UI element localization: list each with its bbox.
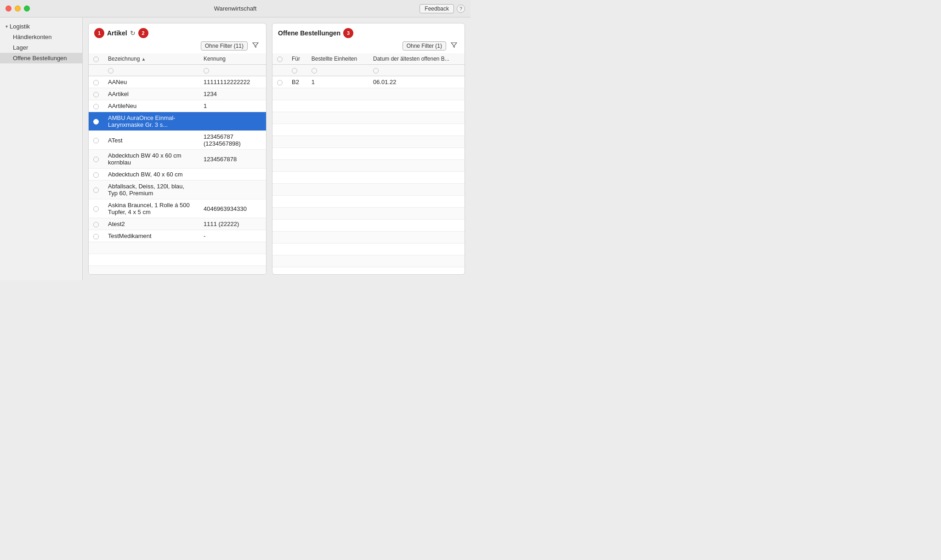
artikel-kennung: 123456787 (1234567898) <box>199 131 266 150</box>
artikel-kennung <box>199 112 266 131</box>
row-radio[interactable] <box>89 100 103 112</box>
sidebar-item-haendlerkonten[interactable]: Händlerkonten <box>0 32 82 42</box>
table-row[interactable]: Abfallsack, Deiss, 120l, blau, Typ 60, P… <box>89 181 266 199</box>
table-row-empty <box>272 208 465 220</box>
sidebar-group-label: Logistik <box>10 23 30 30</box>
offene-bestellungen-toolbar: Ohne Filter (1) <box>272 41 465 53</box>
ob-col-datum[interactable]: Datum der ältesten offenen B... <box>368 53 465 65</box>
table-row-empty <box>272 112 465 124</box>
table-row[interactable]: Abdecktuch BW 40 x 60 cm kornblau 123456… <box>89 150 266 169</box>
artikel-kennung: 1 <box>199 100 266 112</box>
artikel-kennung: 1111 (22222) <box>199 218 266 230</box>
titlebar-actions: Feedback ? <box>419 4 465 13</box>
artikel-table-header-row: Bezeichnung ▲ Kennung <box>89 53 266 65</box>
artikel-kennung: 11111112222222 <box>199 76 266 88</box>
table-row-empty <box>272 124 465 136</box>
row-radio[interactable] <box>89 230 103 242</box>
artikel-col-kennung[interactable]: Kennung <box>199 53 266 65</box>
titlebar: Warenwirtschaft Feedback ? <box>0 0 470 17</box>
artikel-panel-header: 1 Artikel ↻ 2 <box>89 23 266 41</box>
row-radio[interactable] <box>89 131 103 150</box>
artikel-kennung <box>199 181 266 199</box>
sidebar-item-lager[interactable]: Lager <box>0 42 82 53</box>
artikel-bezeichnung: Atest2 <box>103 218 199 230</box>
artikel-bezeichnung: AMBU AuraOnce Einmal-Larynxmaske Gr. 3 s… <box>103 112 199 131</box>
row-radio[interactable] <box>89 150 103 169</box>
table-row[interactable]: Atest2 1111 (22222) <box>89 218 266 230</box>
table-row[interactable]: AMBU AuraOnce Einmal-Larynxmaske Gr. 3 s… <box>89 112 266 131</box>
help-button[interactable]: ? <box>457 5 465 13</box>
minimize-button[interactable] <box>15 6 21 11</box>
artikel-kennung: 1234 <box>199 88 266 100</box>
offene-bestellungen-header-row: Für Bestellte Einheiten Datum der ältest… <box>272 53 465 65</box>
sidebar-item-label: Händlerkonten <box>13 34 52 40</box>
step-badge-3: 3 <box>343 28 353 38</box>
artikel-kennung: 1234567878 <box>199 150 266 169</box>
row-radio[interactable] <box>89 169 103 181</box>
table-row[interactable]: Abdecktuch BW, 40 x 60 cm <box>89 169 266 181</box>
offene-bestellungen-panel: Offene Bestellungen 3 Ohne Filter (1) <box>272 23 465 275</box>
offene-bestellungen-filter-button[interactable]: Ohne Filter (1) <box>402 41 446 51</box>
table-row-empty <box>272 255 465 267</box>
refresh-icon[interactable]: ↻ <box>130 29 136 37</box>
table-row[interactable]: Askina Brauncel, 1 Rolle á 500 Tupfer, 4… <box>89 199 266 218</box>
sidebar-item-offene-bestellungen[interactable]: Offene Bestellungen <box>0 53 82 63</box>
table-row-empty <box>272 184 465 196</box>
feedback-button[interactable]: Feedback <box>419 4 454 13</box>
table-row-empty <box>272 160 465 172</box>
artikel-bezeichnung: Abdecktuch BW 40 x 60 cm kornblau <box>103 150 199 169</box>
row-radio[interactable] <box>89 181 103 199</box>
sidebar-item-label: Offene Bestellungen <box>13 55 67 62</box>
offene-bestellungen-table-wrapper[interactable]: Für Bestellte Einheiten Datum der ältest… <box>272 53 465 274</box>
filter-icon <box>252 42 259 48</box>
artikel-table-radio-row <box>89 65 266 76</box>
ob-col-bestellte-einheiten[interactable]: Bestellte Einheiten <box>307 53 368 65</box>
artikel-col-bezeichnung[interactable]: Bezeichnung ▲ <box>103 53 199 65</box>
row-radio[interactable] <box>89 76 103 88</box>
table-row[interactable]: ATest 123456787 (1234567898) <box>89 131 266 150</box>
artikel-filter-button[interactable]: Ohne Filter (11) <box>201 41 248 51</box>
artikel-table: Bezeichnung ▲ Kennung <box>89 53 266 274</box>
artikel-bezeichnung: ATest <box>103 131 199 150</box>
artikel-bezeichnung: TestMedikament <box>103 230 199 242</box>
table-row-empty <box>89 254 266 266</box>
artikel-table-body: AANeu 11111112222222 AArtikel 1234 AArti… <box>89 76 266 275</box>
sidebar: ▾ Logistik Händlerkonten Lager Offene Be… <box>0 17 83 280</box>
row-radio[interactable] <box>89 199 103 218</box>
artikel-filter-icon-button[interactable] <box>250 41 261 51</box>
table-row-empty <box>89 266 266 275</box>
row-radio[interactable] <box>272 76 287 88</box>
table-row[interactable]: AANeu 11111112222222 <box>89 76 266 88</box>
artikel-bezeichnung: Abfallsack, Deiss, 120l, blau, Typ 60, P… <box>103 181 199 199</box>
step-badge-2: 2 <box>138 28 148 38</box>
chevron-down-icon: ▾ <box>6 24 8 29</box>
content-area: 1 Artikel ↻ 2 Ohne Filter (11) <box>83 17 470 280</box>
offene-bestellungen-table: Für Bestellte Einheiten Datum der ältest… <box>272 53 465 274</box>
maximize-button[interactable] <box>24 6 30 11</box>
table-row-empty <box>272 148 465 160</box>
row-radio[interactable] <box>89 112 103 131</box>
ob-datum: 06.01.22 <box>368 76 465 88</box>
table-row-empty <box>272 196 465 208</box>
table-row-empty <box>272 100 465 112</box>
table-row[interactable]: TestMedikament - <box>89 230 266 242</box>
ob-bestellte-einheiten: 1 <box>307 76 368 88</box>
row-radio[interactable] <box>89 218 103 230</box>
offene-bestellungen-filter-icon-button[interactable] <box>449 41 459 51</box>
table-row-empty <box>272 172 465 184</box>
close-button[interactable] <box>6 6 11 11</box>
table-row-empty <box>272 220 465 232</box>
row-radio[interactable] <box>89 88 103 100</box>
ob-col-radio <box>272 53 287 65</box>
filter-icon-right <box>451 42 457 48</box>
artikel-col-radio <box>89 53 103 65</box>
ob-col-fuer[interactable]: Für <box>287 53 307 65</box>
ob-table-body: B2 1 06.01.22 <box>272 76 465 275</box>
artikel-table-wrapper[interactable]: Bezeichnung ▲ Kennung <box>89 53 266 274</box>
sidebar-group-logistik[interactable]: ▾ Logistik <box>0 21 82 32</box>
table-row[interactable]: B2 1 06.01.22 <box>272 76 465 88</box>
table-row[interactable]: AArtikel 1234 <box>89 88 266 100</box>
table-row[interactable]: AArtileNeu 1 <box>89 100 266 112</box>
sort-arrow-icon: ▲ <box>141 57 146 62</box>
table-row-empty <box>272 232 465 243</box>
